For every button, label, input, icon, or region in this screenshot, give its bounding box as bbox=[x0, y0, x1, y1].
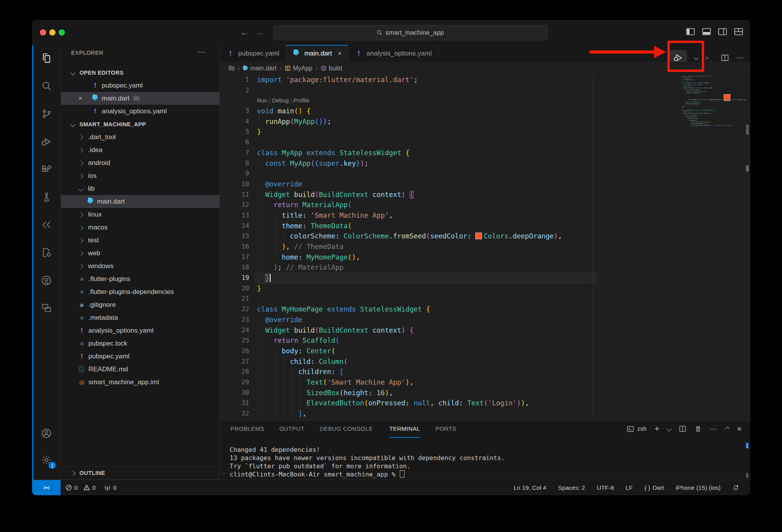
activity-accounts-icon[interactable] bbox=[32, 423, 61, 443]
code-line[interactable]: 32 ], bbox=[220, 408, 750, 419]
customize-layout-icon[interactable] bbox=[734, 27, 743, 36]
tree-item[interactable]: !analysis_options.yaml bbox=[61, 324, 219, 337]
terminal-instance[interactable]: zsh bbox=[627, 425, 647, 433]
codelens-profile[interactable]: Profile bbox=[293, 97, 309, 104]
code-line[interactable]: 16 ), // ThemeData bbox=[220, 242, 750, 252]
code-line[interactable]: 22class MyHomePage extends StatelessWidg… bbox=[220, 304, 750, 315]
code-line[interactable]: 7class MyApp extends StatelessWidget { bbox=[220, 148, 750, 158]
open-editor-item[interactable]: ×main.dartlib bbox=[61, 92, 219, 105]
tree-item[interactable]: android bbox=[61, 156, 219, 169]
activity-testing-icon[interactable] bbox=[32, 187, 61, 207]
close-tab-icon[interactable]: × bbox=[338, 50, 342, 57]
tree-item[interactable]: lib bbox=[61, 182, 219, 195]
breadcrumb-lib[interactable]: lib bbox=[228, 65, 235, 72]
navigate-forward-icon[interactable]: → bbox=[254, 27, 266, 38]
code-line[interactable]: 29 Text('Smart Machine App'), bbox=[220, 377, 750, 388]
activity-github-icon[interactable] bbox=[32, 270, 61, 290]
tree-item[interactable]: ios bbox=[61, 169, 219, 182]
breadcrumb-main.dart[interactable]: main.dart bbox=[243, 65, 277, 72]
tree-item[interactable]: ⓘREADME.md bbox=[61, 363, 219, 376]
code-line[interactable]: 10 @override bbox=[220, 179, 750, 190]
close-traffic-light[interactable] bbox=[40, 29, 46, 36]
project-root-header[interactable]: SMART_MACHINE_APP bbox=[61, 118, 219, 131]
toggle-sidebar-icon[interactable] bbox=[686, 27, 695, 36]
code-line[interactable]: 2 bbox=[220, 85, 750, 96]
tree-item[interactable]: .dart_tool bbox=[61, 131, 219, 143]
toggle-panel-icon[interactable] bbox=[702, 27, 711, 36]
code-line[interactable]: 28 children: [ bbox=[220, 367, 750, 377]
split-terminal-icon[interactable] bbox=[679, 425, 687, 433]
code-line[interactable]: 25 return Scaffold( bbox=[220, 335, 750, 346]
activity-explorer-icon[interactable] bbox=[32, 48, 61, 68]
close-editor-icon[interactable]: × bbox=[78, 92, 82, 105]
panel-more-actions-icon[interactable]: ⋯ bbox=[710, 425, 718, 433]
tree-item[interactable]: ≡.flutter-plugins-dependencies bbox=[61, 285, 219, 298]
code-line[interactable]: 27 child: Column( bbox=[220, 356, 750, 367]
code-line[interactable]: 8 const MyApp({super.key}); bbox=[220, 158, 750, 169]
code-line[interactable]: 31 ElevatedButton(onPressed: null, child… bbox=[220, 398, 750, 408]
codelens-run[interactable]: Run bbox=[257, 97, 268, 104]
code-line[interactable]: 15 colorScheme: ColorScheme.fromSeed(see… bbox=[220, 231, 750, 242]
section-outline[interactable]: OUTLINE bbox=[61, 466, 219, 480]
tree-item[interactable]: ≡.flutter-plugins bbox=[61, 272, 219, 285]
tree-item[interactable]: ◆.gitignore bbox=[61, 298, 219, 311]
tree-item[interactable]: linux bbox=[61, 208, 219, 221]
new-terminal-icon[interactable]: + bbox=[654, 424, 660, 434]
code-line[interactable]: 14 theme: ThemeData( bbox=[220, 221, 750, 231]
codelens-row[interactable]: Run | Debug | Profile bbox=[220, 95, 750, 106]
close-panel-icon[interactable]: × bbox=[737, 424, 742, 433]
panel-tab-terminal[interactable]: TERMINAL bbox=[389, 421, 420, 438]
code-line[interactable]: 12 return MaterialApp( bbox=[220, 200, 750, 210]
activity-references-icon[interactable] bbox=[32, 215, 61, 235]
code-line[interactable]: 21 bbox=[220, 294, 750, 304]
status-eol[interactable]: LF bbox=[626, 484, 633, 491]
open-editors-header[interactable]: OPEN EDITORS bbox=[61, 66, 219, 79]
code-line[interactable]: 4 runApp(MyApp()); bbox=[220, 116, 750, 127]
code-editor[interactable]: import 'package:flutter/material.dart';v… bbox=[220, 75, 750, 420]
panel-tab-ports[interactable]: PORTS bbox=[435, 421, 456, 437]
minimize-traffic-light[interactable] bbox=[49, 29, 56, 36]
tree-item[interactable]: macos bbox=[61, 221, 219, 234]
maximize-panel-icon[interactable] bbox=[725, 426, 730, 432]
code-line[interactable]: 20} bbox=[220, 283, 750, 294]
code-line[interactable]: 9 bbox=[220, 168, 750, 179]
code-line[interactable]: 1import 'package:flutter/material.dart'; bbox=[220, 75, 750, 85]
sidebar-more-actions-icon[interactable]: ⋯ bbox=[198, 47, 206, 57]
problems-status[interactable]: 0 0 bbox=[65, 484, 95, 491]
activity-settings-icon[interactable]: 1 bbox=[32, 450, 61, 470]
tree-item[interactable]: test bbox=[61, 234, 219, 247]
status-language-mode[interactable]: { } Dart bbox=[644, 484, 664, 491]
breadcrumb-build[interactable]: build bbox=[321, 65, 342, 72]
panel-tab-problems[interactable]: PROBLEMS bbox=[230, 421, 264, 437]
code-line[interactable]: 26 body: Center( bbox=[220, 346, 750, 356]
tab-pubspec.yaml[interactable]: !pubspec.yaml bbox=[220, 45, 286, 62]
navigate-back-icon[interactable]: ← bbox=[239, 27, 250, 38]
code-line[interactable]: 19 } bbox=[220, 273, 750, 283]
tree-item[interactable]: windows bbox=[61, 260, 219, 272]
breadcrumb-MyApp[interactable]: MyApp bbox=[285, 65, 313, 72]
tab-analysis_options.yaml[interactable]: !analysis_options.yaml bbox=[348, 45, 438, 62]
tab-main.dart[interactable]: main.dart× bbox=[286, 45, 348, 62]
ports-status[interactable]: 0 bbox=[104, 484, 117, 491]
split-editor-icon[interactable] bbox=[721, 54, 729, 62]
more-editor-actions-icon[interactable]: ⋯ bbox=[737, 53, 745, 62]
code-line[interactable]: 6 bbox=[220, 137, 750, 148]
activity-run-debug-icon[interactable] bbox=[32, 131, 61, 152]
open-editor-item[interactable]: !analysis_options.yaml bbox=[61, 105, 219, 118]
activity-project-settings-icon[interactable] bbox=[32, 242, 61, 263]
code-line[interactable]: 30 SizedBox(height: 16), bbox=[220, 388, 750, 398]
activity-search-icon[interactable] bbox=[32, 76, 61, 96]
terminal-output[interactable]: Changed 41 dependencies!13 packages have… bbox=[230, 446, 505, 478]
tree-item[interactable]: main.dart bbox=[61, 195, 219, 208]
status-indentation[interactable]: Spaces: 2 bbox=[558, 484, 585, 491]
terminal-dropdown-chevron-icon[interactable] bbox=[667, 426, 672, 432]
code-line[interactable]: 5} bbox=[220, 127, 750, 137]
status-notifications[interactable] bbox=[732, 484, 742, 491]
kill-terminal-icon[interactable] bbox=[694, 425, 702, 433]
command-center-search[interactable]: smart_machine_app bbox=[273, 25, 548, 40]
code-line[interactable]: 13 title: 'Smart Machine App', bbox=[220, 210, 750, 221]
status-device-selector[interactable]: iPhone (15) (ios) bbox=[676, 484, 721, 491]
activity-source-control-icon[interactable] bbox=[32, 104, 61, 124]
status-cursor-position[interactable]: Ln 19, Col 4 bbox=[514, 484, 547, 491]
tree-item[interactable]: web bbox=[61, 247, 219, 260]
